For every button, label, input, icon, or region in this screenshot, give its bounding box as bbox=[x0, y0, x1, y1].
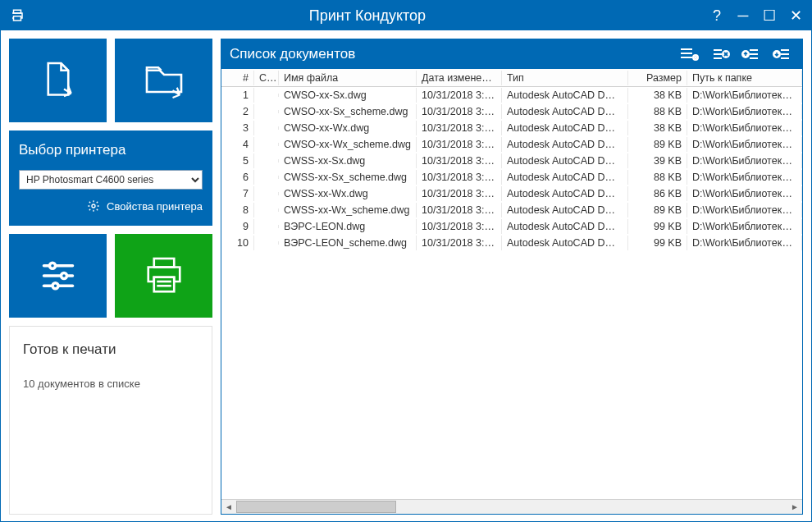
cell-size: 38 KB bbox=[628, 88, 687, 103]
table-row[interactable]: 5CWSS-xx-Sx.dwg10/31/2018 3:5...Autodesk… bbox=[221, 153, 802, 169]
table-row[interactable]: 8CWSS-xx-Wx_scheme.dwg10/31/2018 3:5...A… bbox=[221, 202, 802, 218]
col-name[interactable]: Имя файла bbox=[279, 71, 417, 85]
col-path[interactable]: Путь к папке bbox=[687, 71, 802, 85]
cell-num: 9 bbox=[221, 219, 254, 234]
cell-status bbox=[254, 159, 279, 163]
cell-num: 1 bbox=[221, 88, 254, 103]
move-down-icon[interactable] bbox=[771, 44, 794, 64]
svg-rect-9 bbox=[153, 259, 174, 268]
cell-type: Autodesk AutoCAD DWG bbox=[502, 88, 628, 103]
cell-name: CWSO-xx-Sx_scheme.dwg bbox=[279, 104, 417, 119]
cell-name: ВЭРС-LEON_scheme.dwg bbox=[279, 236, 417, 250]
cell-name: CWSS-xx-Wx.dwg bbox=[279, 186, 417, 201]
cell-num: 5 bbox=[221, 153, 254, 168]
grid-body[interactable]: 1CWSO-xx-Sx.dwg10/31/2018 3:5...Autodesk… bbox=[221, 87, 802, 499]
main-area: Выбор принтера HP Photosmart C4600 serie… bbox=[1, 30, 811, 522]
table-row[interactable]: 2CWSO-xx-Sx_scheme.dwg10/31/2018 3:5...A… bbox=[221, 103, 802, 120]
svg-rect-0 bbox=[14, 16, 21, 21]
add-files-button[interactable] bbox=[9, 39, 107, 122]
svg-point-8 bbox=[52, 283, 58, 289]
scroll-thumb[interactable] bbox=[236, 501, 396, 513]
printer-select[interactable]: HP Photosmart C4600 series bbox=[19, 170, 203, 190]
cell-num: 7 bbox=[221, 186, 254, 201]
cell-status bbox=[254, 176, 279, 179]
cell-name: CWSO-xx-Wx.dwg bbox=[279, 121, 417, 135]
maximize-button[interactable]: ☐ bbox=[762, 7, 777, 25]
horizontal-scrollbar[interactable]: ◄ ► bbox=[221, 499, 802, 514]
cell-status bbox=[254, 192, 279, 195]
print-button[interactable] bbox=[115, 234, 212, 318]
cell-size: 89 KB bbox=[628, 203, 687, 218]
printer-panel: Выбор принтера HP Photosmart C4600 serie… bbox=[9, 130, 212, 226]
cell-name: CWSS-xx-Sx_scheme.dwg bbox=[279, 170, 417, 185]
cell-type: Autodesk AutoCAD DWG bbox=[502, 186, 628, 201]
remove-selected-icon[interactable] bbox=[709, 44, 732, 64]
cell-size: 99 KB bbox=[628, 236, 687, 250]
table-row[interactable]: 4CWSO-xx-Wx_scheme.dwg10/31/2018 3:5...A… bbox=[221, 136, 802, 153]
close-button[interactable]: ✕ bbox=[788, 7, 803, 25]
cell-size: 39 KB bbox=[628, 153, 687, 168]
settings-button[interactable] bbox=[9, 234, 107, 318]
status-panel: Готов к печати 10 документов в списке bbox=[9, 326, 212, 515]
cell-path: D:\Work\Библиотека эле bbox=[687, 219, 802, 234]
cell-path: D:\Work\Библиотека эле bbox=[687, 88, 802, 103]
svg-point-4 bbox=[49, 263, 55, 268]
cell-type: Autodesk AutoCAD DWG bbox=[502, 236, 628, 250]
printer-icon bbox=[9, 7, 25, 24]
cell-date: 10/31/2018 3:5... bbox=[417, 219, 502, 234]
cell-name: ВЭРС-LEON.dwg bbox=[279, 219, 417, 234]
cell-type: Autodesk AutoCAD DWG bbox=[502, 121, 628, 135]
app-title: Принт Кондуктор bbox=[25, 7, 709, 25]
cell-path: D:\Work\Библиотека эле bbox=[687, 153, 802, 168]
help-button[interactable]: ? bbox=[709, 7, 724, 25]
cell-date: 10/31/2018 3:5... bbox=[417, 236, 502, 250]
cell-status bbox=[254, 225, 279, 228]
table-row[interactable]: 3CWSO-xx-Wx.dwg10/31/2018 3:5...Autodesk… bbox=[221, 120, 802, 136]
grid-header[interactable]: # С... Имя файла Дата изменения Тип Разм… bbox=[221, 69, 802, 87]
col-num[interactable]: # bbox=[221, 71, 254, 85]
cell-status bbox=[254, 126, 279, 130]
cell-status bbox=[254, 110, 279, 113]
titlebar: Принт Кондуктор ? ─ ☐ ✕ bbox=[1, 1, 811, 30]
cell-num: 10 bbox=[221, 236, 254, 250]
printer-properties-link[interactable]: Свойства принтера bbox=[19, 199, 203, 213]
printer-properties-label: Свойства принтера bbox=[107, 200, 203, 213]
add-folder-button[interactable] bbox=[115, 39, 212, 122]
cell-status bbox=[254, 94, 279, 97]
cell-num: 3 bbox=[221, 121, 254, 135]
cell-size: 88 KB bbox=[628, 170, 687, 185]
col-date[interactable]: Дата изменения bbox=[417, 71, 502, 85]
scroll-right-arrow[interactable]: ► bbox=[787, 500, 802, 514]
status-sub: 10 документов в списке bbox=[23, 378, 198, 390]
table-row[interactable]: 6CWSS-xx-Sx_scheme.dwg10/31/2018 3:5...A… bbox=[221, 169, 802, 185]
cell-size: 38 KB bbox=[628, 121, 687, 135]
move-up-icon[interactable] bbox=[740, 44, 763, 64]
table-row[interactable]: 10ВЭРС-LEON_scheme.dwg10/31/2018 3:5...A… bbox=[221, 235, 802, 251]
cell-type: Autodesk AutoCAD DWG bbox=[502, 153, 628, 168]
filter-icon[interactable] bbox=[677, 44, 700, 64]
svg-point-6 bbox=[61, 273, 66, 279]
cell-num: 6 bbox=[221, 170, 254, 185]
cell-type: Autodesk AutoCAD DWG bbox=[502, 137, 628, 152]
table-row[interactable]: 7CWSS-xx-Wx.dwg10/31/2018 3:5...Autodesk… bbox=[221, 185, 802, 202]
cell-size: 99 KB bbox=[628, 219, 687, 234]
minimize-button[interactable]: ─ bbox=[736, 7, 750, 25]
cell-date: 10/31/2018 3:5... bbox=[417, 170, 502, 185]
cell-date: 10/31/2018 3:5... bbox=[417, 137, 502, 152]
cell-path: D:\Work\Библиотека эле bbox=[687, 170, 802, 185]
scroll-left-arrow[interactable]: ◄ bbox=[221, 500, 236, 514]
cell-size: 88 KB bbox=[628, 104, 687, 119]
cell-path: D:\Work\Библиотека эле bbox=[687, 203, 802, 218]
cell-type: Autodesk AutoCAD DWG bbox=[502, 170, 628, 185]
col-type[interactable]: Тип bbox=[502, 71, 628, 85]
cell-size: 89 KB bbox=[628, 137, 687, 152]
document-grid: # С... Имя файла Дата изменения Тип Разм… bbox=[221, 69, 802, 514]
sidebar: Выбор принтера HP Photosmart C4600 serie… bbox=[9, 39, 212, 515]
col-status[interactable]: С... bbox=[254, 71, 279, 85]
table-row[interactable]: 9ВЭРС-LEON.dwg10/31/2018 3:5...Autodesk … bbox=[221, 218, 802, 235]
cell-date: 10/31/2018 3:5... bbox=[417, 88, 502, 103]
table-row[interactable]: 1CWSO-xx-Sx.dwg10/31/2018 3:5...Autodesk… bbox=[221, 87, 802, 103]
cell-status bbox=[254, 143, 279, 146]
cell-name: CWSO-xx-Sx.dwg bbox=[279, 88, 417, 103]
col-size[interactable]: Размер bbox=[628, 71, 687, 85]
